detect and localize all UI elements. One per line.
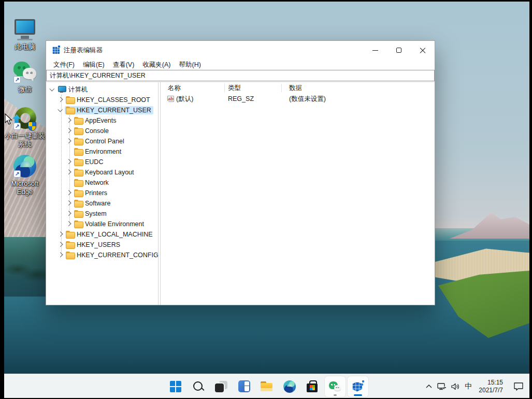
tree-item[interactable]: HKEY_USERS — [46, 240, 158, 250]
volume-icon[interactable] — [451, 382, 460, 391]
tree-item[interactable]: Environment — [46, 146, 158, 157]
tree-node[interactable]: HKEY_CURRENT_USER — [65, 106, 153, 114]
tree-item[interactable]: Network — [46, 178, 158, 188]
notification-center-icon[interactable] — [513, 381, 524, 392]
tree-item[interactable]: HKEY_LOCAL_MACHINE — [46, 229, 158, 240]
menu-bar: 文件(F)编辑(E)查看(V)收藏夹(A)帮助(H) — [46, 60, 435, 70]
tree-node[interactable]: Console — [73, 127, 111, 135]
shortcut-arrow-icon — [13, 170, 21, 178]
tree-node[interactable]: System — [73, 210, 109, 218]
desktop-icon-label: 此电脑 — [4, 43, 46, 51]
regedit-taskbar-button[interactable] — [348, 376, 368, 397]
chevron-right-icon[interactable] — [65, 210, 73, 218]
chevron-right-icon[interactable] — [65, 116, 73, 125]
address-bar[interactable]: 计算机\HKEY_CURRENT_USER — [46, 70, 435, 81]
chevron-down-icon[interactable] — [56, 106, 65, 114]
tree-item[interactable]: Control Panel — [46, 136, 158, 146]
close-button[interactable] — [411, 41, 435, 60]
tree-node[interactable]: Environment — [73, 147, 123, 156]
edge-taskbar-button[interactable] — [279, 376, 300, 397]
menu-file[interactable]: 文件(F) — [49, 60, 79, 70]
tree-node[interactable]: HKEY_LOCAL_MACHINE — [65, 230, 155, 239]
tree-item[interactable]: AppEvents — [46, 115, 158, 126]
tree-item[interactable]: Software — [46, 198, 158, 209]
folder-icon — [66, 231, 75, 238]
tree-item[interactable]: EUDC — [46, 157, 158, 167]
menu-view[interactable]: 查看(V) — [109, 60, 139, 70]
running-indicator — [334, 394, 337, 396]
registry-tree: 计算机HKEY_CLASSES_ROOTHKEY_CURRENT_USERApp… — [46, 82, 158, 305]
widgets-taskbar-button[interactable] — [234, 376, 254, 397]
tree-item-label: Printers — [85, 189, 107, 197]
menu-edit[interactable]: 编辑(E) — [79, 60, 109, 70]
title-bar[interactable]: 注册表编辑器 — [46, 41, 435, 60]
value-type-cell: REG_SZ — [225, 95, 282, 102]
folder-icon — [66, 252, 75, 259]
chevron-down-icon[interactable] — [48, 85, 56, 94]
chevron-right-icon[interactable] — [56, 251, 65, 259]
file-explorer-taskbar-button[interactable] — [256, 376, 277, 397]
column-header-2[interactable]: 数据 — [282, 84, 435, 92]
desktop-icon-edge[interactable]: Microsoft Edge — [4, 154, 46, 196]
mouse-cursor — [4, 113, 13, 128]
network-icon[interactable] — [437, 382, 447, 391]
tree-item[interactable]: System — [46, 209, 158, 219]
chevron-right-icon[interactable] — [65, 189, 73, 197]
store-taskbar-button[interactable] — [302, 376, 323, 397]
ime-indicator[interactable]: 中 — [464, 382, 473, 391]
tree-item[interactable]: HKEY_CLASSES_ROOT — [46, 95, 158, 105]
tree-node[interactable]: Software — [73, 199, 112, 208]
task-view-taskbar-button[interactable] — [211, 376, 232, 397]
chevron-right-icon[interactable] — [65, 127, 73, 135]
tree-item[interactable]: Printers — [46, 188, 158, 198]
tree-item[interactable]: Volatile Environment — [46, 219, 158, 229]
value-row[interactable]: ab(默认)REG_SZ(数值未设置) — [161, 94, 435, 104]
tree-item-label: HKEY_LOCAL_MACHINE — [77, 231, 153, 238]
tree-node[interactable]: Volatile Environment — [73, 220, 146, 228]
tree-node[interactable]: EUDC — [73, 158, 105, 166]
tree-node[interactable]: HKEY_CLASSES_ROOT — [65, 96, 152, 104]
desktop-icon-wechat[interactable]: 微信 — [4, 60, 46, 94]
menu-favorites[interactable]: 收藏夹(A) — [138, 60, 175, 70]
chevron-right-icon[interactable] — [65, 137, 73, 145]
screen: 此电脑微信小白一键重装系统Microsoft Edge 注册表编辑器 文件(F)… — [0, 0, 532, 399]
tree-node[interactable]: Control Panel — [73, 137, 126, 145]
chevron-right-icon[interactable] — [56, 241, 65, 249]
tree-node[interactable]: Keyboard Layout — [73, 168, 136, 176]
value-data-cell: (数值未设置) — [282, 95, 435, 104]
tree-node[interactable]: Network — [73, 179, 111, 187]
chevron-right-icon[interactable] — [65, 168, 73, 176]
search-taskbar-button[interactable] — [188, 376, 209, 397]
chevron-right-icon[interactable] — [56, 96, 65, 104]
tree-node[interactable]: 计算机 — [56, 85, 90, 95]
tree-node[interactable]: AppEvents — [73, 116, 118, 125]
tree-item[interactable]: HKEY_CURRENT_USER — [46, 105, 158, 115]
tree-item[interactable]: Keyboard Layout — [46, 167, 158, 178]
tree-item[interactable]: 计算机 — [46, 84, 158, 95]
tree-item[interactable]: HKEY_CURRENT_CONFIG — [46, 250, 158, 260]
chevron-right-icon[interactable] — [56, 230, 65, 239]
desktop-icon-label: 小白一键重装系统 — [4, 132, 46, 149]
column-header-1[interactable]: 类型 — [225, 84, 282, 92]
desktop: 此电脑微信小白一键重装系统Microsoft Edge 注册表编辑器 文件(F)… — [4, 2, 529, 374]
chevron-right-icon[interactable] — [65, 220, 73, 228]
task-view-icon — [215, 380, 227, 393]
menu-help[interactable]: 帮助(H) — [175, 60, 205, 70]
tree-node[interactable]: HKEY_USERS — [65, 241, 122, 249]
tree-item[interactable]: Console — [46, 126, 158, 136]
reg-sz-icon: ab — [167, 96, 174, 102]
wechat-taskbar-button[interactable] — [325, 376, 346, 397]
taskbar-clock[interactable]: 15:15 2021/7/7 — [477, 379, 505, 394]
column-header-0[interactable]: 名称 — [161, 84, 225, 92]
tree-item-label: Volatile Environment — [85, 220, 144, 228]
active-indicator — [354, 394, 362, 396]
desktop-icon-this-pc[interactable]: 此电脑 — [4, 17, 46, 51]
chevron-right-icon[interactable] — [65, 199, 73, 208]
maximize-button[interactable] — [387, 41, 411, 60]
start-taskbar-button[interactable] — [165, 376, 186, 397]
minimize-button[interactable] — [363, 41, 387, 60]
tree-node[interactable]: HKEY_CURRENT_CONFIG — [65, 251, 158, 259]
chevron-right-icon[interactable] — [65, 158, 73, 166]
tree-node[interactable]: Printers — [73, 189, 109, 197]
tray-chevron-up-icon[interactable] — [425, 382, 433, 391]
